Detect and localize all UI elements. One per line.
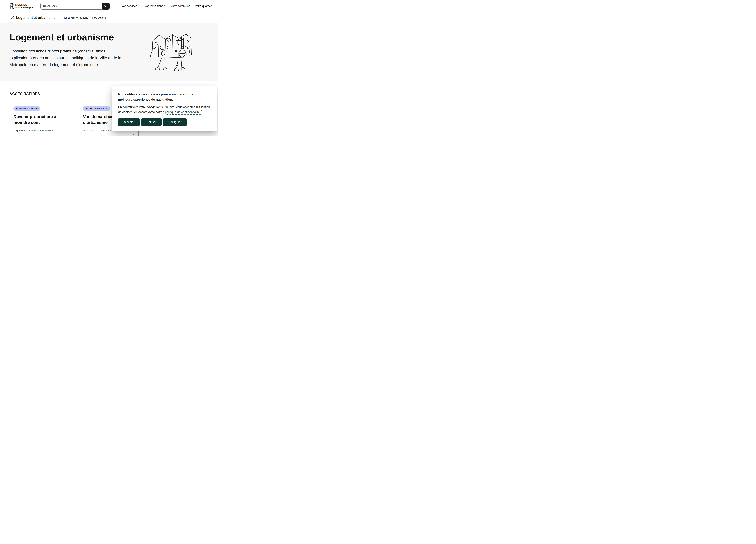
rennes-r-icon <box>10 3 14 9</box>
rennes-wordmark: RENNES Ville et Métropole <box>15 3 34 9</box>
chevron-down-icon <box>138 5 140 7</box>
cookie-buttons: Accepter Refuser Configurer <box>118 118 211 127</box>
card-devenir-proprietaire[interactable]: Fiches d'informations Devenir propriétai… <box>10 102 69 136</box>
card-link-urbanisme[interactable]: Urbanisme <box>83 129 95 132</box>
search-icon <box>104 5 107 8</box>
cookie-banner: Nous utilisons des cookies pour vous gar… <box>112 86 217 131</box>
cookie-heading: Nous utilisons des cookies pour vous gar… <box>118 92 204 102</box>
brand-line2: Ville et Métropole <box>15 6 34 9</box>
arrow-right-icon[interactable]: → <box>130 132 134 136</box>
nav-vos-services[interactable]: Vos services <box>121 4 140 8</box>
section-nav: Fiches d’informations Nos actions <box>62 16 106 19</box>
refuse-cookies-button[interactable]: Refuser <box>141 118 162 127</box>
section-title[interactable]: Logement et urbanisme <box>16 16 55 20</box>
main-nav: Vos services Vos institutions Votre comm… <box>121 4 212 8</box>
page: RENNES Ville et Métropole Vos services <box>0 0 218 136</box>
card-tag: Fiches d'informations <box>83 106 110 111</box>
accept-cookies-button[interactable]: Accepter <box>118 118 140 127</box>
card-tag: Fiches d'informations <box>13 106 40 111</box>
search-form <box>40 3 110 10</box>
nav-label: Vos institutions <box>145 4 163 8</box>
cookie-body: En poursuivant votre navigation sur le s… <box>118 105 211 115</box>
nav-label: Vos services <box>121 4 137 8</box>
chevron-down-icon <box>164 5 166 7</box>
hero-description: Consultez des fiches d'infos pratiques (… <box>10 48 125 68</box>
nav-label: Votre quartier <box>195 4 212 8</box>
brand-line1: RENNES <box>15 4 34 6</box>
nav-fiches-informations[interactable]: Fiches d’informations <box>62 16 88 19</box>
nav-label: Votre commune <box>171 4 190 8</box>
arrow-right-icon[interactable]: → <box>200 132 204 136</box>
card-link-logement[interactable]: Logement <box>13 129 25 132</box>
nav-vos-institutions[interactable]: Vos institutions <box>145 4 166 8</box>
card-link-fiches[interactable]: Fiches d'informations <box>29 129 54 132</box>
arrow-right-icon[interactable]: → <box>61 132 65 136</box>
card-links: Logement Fiches d'informations <box>13 129 65 132</box>
people-reading-map-illustration <box>148 30 194 75</box>
rennes-logo[interactable]: RENNES Ville et Métropole <box>10 3 34 9</box>
privacy-policy-link[interactable]: politique de confidentialité. <box>163 110 202 115</box>
nav-nos-actions[interactable]: Nos actions <box>92 16 106 19</box>
card-title: Devenir propriétaire à moindre coût <box>13 114 65 125</box>
nav-votre-quartier[interactable]: Votre quartier <box>195 4 212 8</box>
search-input[interactable] <box>40 3 110 10</box>
top-header: RENNES Ville et Métropole Vos services <box>0 0 218 12</box>
search-button[interactable] <box>102 3 110 10</box>
housing-icon <box>10 15 15 20</box>
configure-cookies-button[interactable]: Configurer <box>163 118 187 127</box>
section-header: Logement et urbanisme Fiches d’informati… <box>0 12 218 23</box>
hero-section: Logement et urbanisme Consultez des fich… <box>0 23 218 81</box>
nav-votre-commune[interactable]: Votre commune <box>171 4 190 8</box>
